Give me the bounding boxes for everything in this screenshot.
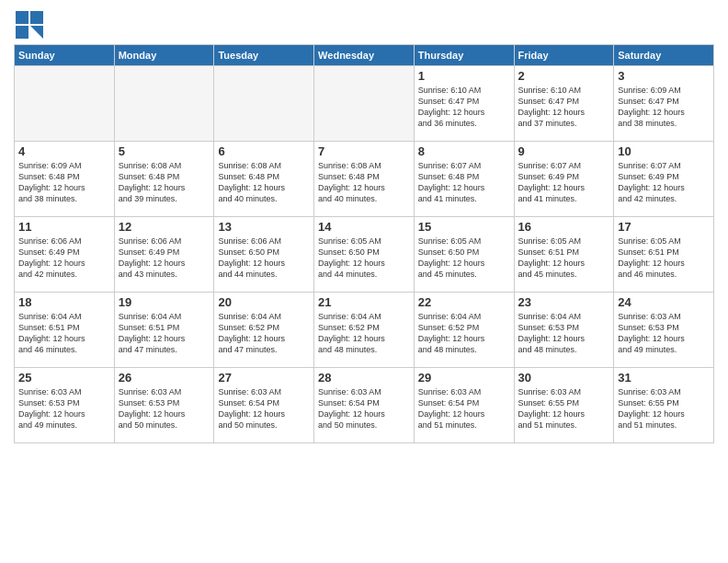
day-number: 16: [518, 220, 610, 234]
header: [14, 9, 714, 37]
calendar-week-row: 4Sunrise: 6:09 AM Sunset: 6:48 PM Daylig…: [15, 142, 714, 217]
calendar-day-header: Saturday: [614, 45, 714, 66]
day-info: Sunrise: 6:05 AM Sunset: 6:50 PM Dayligh…: [318, 236, 410, 281]
calendar-week-row: 1Sunrise: 6:10 AM Sunset: 6:47 PM Daylig…: [15, 66, 714, 142]
day-number: 17: [618, 220, 710, 234]
calendar-day-header: Sunday: [15, 45, 115, 66]
calendar-day-cell: 3Sunrise: 6:09 AM Sunset: 6:47 PM Daylig…: [614, 66, 714, 142]
day-info: Sunrise: 6:10 AM Sunset: 6:47 PM Dayligh…: [418, 85, 510, 130]
day-number: 24: [618, 295, 710, 309]
day-info: Sunrise: 6:03 AM Sunset: 6:53 PM Dayligh…: [618, 311, 710, 356]
day-info: Sunrise: 6:04 AM Sunset: 6:51 PM Dayligh…: [18, 311, 110, 356]
day-number: 7: [318, 144, 410, 158]
day-info: Sunrise: 6:06 AM Sunset: 6:49 PM Dayligh…: [18, 236, 110, 281]
logo: [14, 9, 45, 37]
calendar-day-cell: 6Sunrise: 6:08 AM Sunset: 6:48 PM Daylig…: [214, 142, 314, 217]
day-info: Sunrise: 6:04 AM Sunset: 6:52 PM Dayligh…: [218, 311, 310, 356]
calendar-day-cell: 25Sunrise: 6:03 AM Sunset: 6:53 PM Dayli…: [15, 368, 115, 443]
calendar-day-cell: 14Sunrise: 6:05 AM Sunset: 6:50 PM Dayli…: [314, 217, 415, 293]
day-number: 13: [218, 220, 310, 234]
calendar-day-cell: 15Sunrise: 6:05 AM Sunset: 6:50 PM Dayli…: [414, 217, 514, 293]
calendar-day-cell: 8Sunrise: 6:07 AM Sunset: 6:48 PM Daylig…: [414, 142, 514, 217]
calendar-day-cell: 16Sunrise: 6:05 AM Sunset: 6:51 PM Dayli…: [514, 217, 614, 293]
calendar-day-cell: [214, 66, 314, 142]
calendar-day-cell: 26Sunrise: 6:03 AM Sunset: 6:53 PM Dayli…: [114, 368, 214, 443]
calendar-week-row: 18Sunrise: 6:04 AM Sunset: 6:51 PM Dayli…: [15, 293, 714, 368]
day-info: Sunrise: 6:03 AM Sunset: 6:55 PM Dayligh…: [618, 386, 710, 431]
calendar-day-cell: 31Sunrise: 6:03 AM Sunset: 6:55 PM Dayli…: [614, 368, 714, 443]
calendar-day-cell: 17Sunrise: 6:05 AM Sunset: 6:51 PM Dayli…: [614, 217, 714, 293]
day-number: 23: [518, 295, 610, 309]
day-number: 28: [318, 371, 410, 385]
calendar-day-cell: 28Sunrise: 6:03 AM Sunset: 6:54 PM Dayli…: [314, 368, 415, 443]
day-number: 6: [218, 144, 310, 158]
day-number: 14: [318, 220, 410, 234]
day-number: 5: [119, 144, 210, 158]
day-number: 26: [119, 371, 210, 385]
calendar-day-cell: 23Sunrise: 6:04 AM Sunset: 6:53 PM Dayli…: [514, 293, 614, 368]
day-number: 4: [18, 144, 110, 158]
day-number: 11: [18, 220, 110, 234]
calendar-day-cell: 11Sunrise: 6:06 AM Sunset: 6:49 PM Dayli…: [15, 217, 115, 293]
calendar-day-cell: 2Sunrise: 6:10 AM Sunset: 6:47 PM Daylig…: [514, 66, 614, 142]
day-info: Sunrise: 6:08 AM Sunset: 6:48 PM Dayligh…: [318, 160, 410, 205]
calendar-day-cell: 30Sunrise: 6:03 AM Sunset: 6:55 PM Dayli…: [514, 368, 614, 443]
day-info: Sunrise: 6:04 AM Sunset: 6:51 PM Dayligh…: [119, 311, 210, 356]
calendar-day-cell: [314, 66, 415, 142]
day-info: Sunrise: 6:10 AM Sunset: 6:47 PM Dayligh…: [518, 85, 610, 130]
day-info: Sunrise: 6:05 AM Sunset: 6:51 PM Dayligh…: [618, 236, 710, 281]
day-info: Sunrise: 6:09 AM Sunset: 6:48 PM Dayligh…: [18, 160, 110, 205]
day-info: Sunrise: 6:08 AM Sunset: 6:48 PM Dayligh…: [218, 160, 310, 205]
day-number: 2: [518, 69, 610, 83]
calendar-day-cell: 12Sunrise: 6:06 AM Sunset: 6:49 PM Dayli…: [114, 217, 214, 293]
calendar-week-row: 11Sunrise: 6:06 AM Sunset: 6:49 PM Dayli…: [15, 217, 714, 293]
calendar-day-cell: 27Sunrise: 6:03 AM Sunset: 6:54 PM Dayli…: [214, 368, 314, 443]
day-number: 3: [618, 69, 710, 83]
svg-rect-1: [30, 11, 43, 24]
calendar-day-cell: 10Sunrise: 6:07 AM Sunset: 6:49 PM Dayli…: [614, 142, 714, 217]
calendar-day-cell: 20Sunrise: 6:04 AM Sunset: 6:52 PM Dayli…: [214, 293, 314, 368]
logo-icon: [14, 9, 41, 37]
day-info: Sunrise: 6:07 AM Sunset: 6:49 PM Dayligh…: [618, 160, 710, 205]
calendar-day-cell: [15, 66, 115, 142]
svg-marker-3: [30, 26, 43, 39]
calendar-day-cell: 7Sunrise: 6:08 AM Sunset: 6:48 PM Daylig…: [314, 142, 415, 217]
day-info: Sunrise: 6:04 AM Sunset: 6:52 PM Dayligh…: [318, 311, 410, 356]
day-number: 12: [119, 220, 210, 234]
day-number: 21: [318, 295, 410, 309]
day-info: Sunrise: 6:07 AM Sunset: 6:48 PM Dayligh…: [418, 160, 510, 205]
day-number: 10: [618, 144, 710, 158]
calendar-week-row: 25Sunrise: 6:03 AM Sunset: 6:53 PM Dayli…: [15, 368, 714, 443]
day-number: 9: [518, 144, 610, 158]
day-number: 18: [18, 295, 110, 309]
calendar-page: SundayMondayTuesdayWednesdayThursdayFrid…: [0, 0, 728, 563]
svg-rect-0: [16, 11, 28, 24]
day-number: 29: [418, 371, 510, 385]
day-number: 31: [618, 371, 710, 385]
day-info: Sunrise: 6:04 AM Sunset: 6:53 PM Dayligh…: [518, 311, 610, 356]
calendar-day-cell: 9Sunrise: 6:07 AM Sunset: 6:49 PM Daylig…: [514, 142, 614, 217]
day-info: Sunrise: 6:09 AM Sunset: 6:47 PM Dayligh…: [618, 85, 710, 130]
calendar-table: SundayMondayTuesdayWednesdayThursdayFrid…: [14, 44, 714, 443]
day-info: Sunrise: 6:08 AM Sunset: 6:48 PM Dayligh…: [119, 160, 210, 205]
calendar-day-header: Monday: [114, 45, 214, 66]
svg-rect-2: [16, 26, 28, 39]
calendar-day-cell: 5Sunrise: 6:08 AM Sunset: 6:48 PM Daylig…: [114, 142, 214, 217]
day-info: Sunrise: 6:07 AM Sunset: 6:49 PM Dayligh…: [518, 160, 610, 205]
calendar-day-cell: 13Sunrise: 6:06 AM Sunset: 6:50 PM Dayli…: [214, 217, 314, 293]
day-info: Sunrise: 6:03 AM Sunset: 6:55 PM Dayligh…: [518, 386, 610, 431]
calendar-day-cell: 29Sunrise: 6:03 AM Sunset: 6:54 PM Dayli…: [414, 368, 514, 443]
day-number: 27: [218, 371, 310, 385]
day-info: Sunrise: 6:06 AM Sunset: 6:50 PM Dayligh…: [218, 236, 310, 281]
calendar-day-cell: 22Sunrise: 6:04 AM Sunset: 6:52 PM Dayli…: [414, 293, 514, 368]
calendar-day-cell: 21Sunrise: 6:04 AM Sunset: 6:52 PM Dayli…: [314, 293, 415, 368]
calendar-day-cell: 19Sunrise: 6:04 AM Sunset: 6:51 PM Dayli…: [114, 293, 214, 368]
day-info: Sunrise: 6:06 AM Sunset: 6:49 PM Dayligh…: [119, 236, 210, 281]
calendar-day-header: Wednesday: [314, 45, 415, 66]
calendar-day-cell: 4Sunrise: 6:09 AM Sunset: 6:48 PM Daylig…: [15, 142, 115, 217]
calendar-day-header: Thursday: [414, 45, 514, 66]
day-number: 22: [418, 295, 510, 309]
day-number: 19: [119, 295, 210, 309]
calendar-header-row: SundayMondayTuesdayWednesdayThursdayFrid…: [15, 45, 714, 66]
day-number: 25: [18, 371, 110, 385]
